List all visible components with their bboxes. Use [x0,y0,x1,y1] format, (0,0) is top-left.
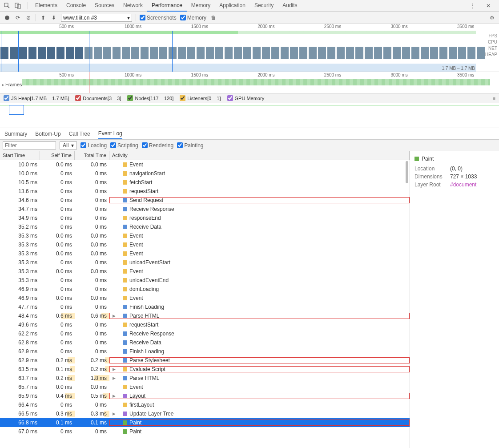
table-row[interactable]: 46.9 ms0.0 ms0.0 msEvent [0,294,410,303]
table-row[interactable]: 67.0 ms0 ms0 msPaint [0,427,410,436]
table-row[interactable]: 66.4 ms0 ms0 msfirstLayout [0,400,410,409]
close-icon[interactable]: ✕ [485,2,492,9]
duration-filter[interactable]: All▾ [60,141,77,149]
table-row[interactable]: 49.6 ms0 ms0 msrequestStart [0,320,410,329]
subtab-call-tree[interactable]: Call Tree [69,129,90,139]
tab-console[interactable]: Console [62,0,90,12]
screenshot-thumb[interactable] [56,46,65,60]
upload-icon[interactable]: ⬆ [40,14,47,21]
table-body[interactable]: 10.0 ms0.0 ms0.0 msEvent10.0 ms0 ms0 msn… [0,160,410,448]
screenshot-thumb[interactable] [19,46,28,60]
table-row[interactable]: 35.3 ms0 ms0 msunloadEventStart [0,258,410,267]
table-row[interactable]: 13.6 ms0 ms0 msrequestStart [0,187,410,196]
screenshot-thumb[interactable] [467,46,476,60]
tab-audits[interactable]: Audits [278,0,302,12]
expand-triangle-icon[interactable]: ▶ [112,367,116,371]
table-row[interactable]: 62.9 ms0.2 ms0.2 msParse Stylesheet [0,356,410,365]
table-row[interactable]: 34.7 ms0 ms0 msReceive Response [0,205,410,214]
screenshot-thumb[interactable] [233,46,242,60]
screenshot-thumb[interactable] [448,46,457,60]
screenshot-thumb[interactable] [271,46,280,60]
rendering-checkbox[interactable]: Rendering [142,142,173,149]
screenshot-thumb[interactable] [383,46,392,60]
screenshot-thumb[interactable] [374,46,382,60]
memory-checkbox[interactable]: Memory [180,15,206,21]
table-row[interactable]: 65.9 ms0.4 ms0.5 ms▶Layout [0,391,410,400]
screenshot-thumb[interactable] [243,46,252,60]
table-row[interactable]: 35.3 ms0.0 ms0.0 msEvent [0,231,410,240]
table-row[interactable]: 66.8 ms0.1 ms0.1 msPaint [0,418,410,427]
screenshot-thumb[interactable] [252,46,261,60]
screenshot-thumb[interactable] [411,46,420,60]
screenshot-thumb[interactable] [187,46,196,60]
mem-legend-item[interactable]: JS Heap[1.7 MB – 1.7 MB] [4,95,69,101]
screenshots-checkbox[interactable]: Screenshots [140,15,177,21]
screenshot-thumb[interactable] [327,46,336,60]
expand-triangle-icon[interactable]: ▶ [112,376,116,380]
table-row[interactable]: 65.7 ms0.0 ms0.0 msEvent [0,383,410,391]
col-total-time[interactable]: Total Time [75,151,109,160]
subtab-bottom-up[interactable]: Bottom-Up [35,129,60,139]
subtab-summary[interactable]: Summary [4,129,27,139]
table-row[interactable]: 34.6 ms0 ms0 msSend Request [0,196,410,205]
detail-layer-link[interactable]: #document [450,182,476,188]
screenshot-thumb[interactable] [318,46,326,60]
table-row[interactable]: 35.3 ms0.0 ms0.0 msEvent [0,240,410,249]
tab-memory[interactable]: Memory [187,0,215,12]
screenshot-thumb[interactable] [439,46,448,60]
memory-selection-box[interactable] [9,105,24,115]
painting-checkbox[interactable]: Painting [177,142,203,149]
inspect-icon[interactable] [4,2,11,9]
screenshot-thumb[interactable] [47,46,56,60]
mem-legend-item[interactable]: Nodes[117 – 120] [127,95,173,101]
table-row[interactable]: 63.5 ms0.1 ms0.2 ms▶Evaluate Script [0,365,410,374]
table-row[interactable]: 63.7 ms0.2 ms1.8 ms▶Parse HTML [0,374,410,383]
expand-icon[interactable]: ▸ [2,82,4,88]
table-row[interactable]: 35.3 ms0 ms0 msunloadEventEnd [0,276,410,285]
screenshot-thumb[interactable] [476,46,485,60]
tab-network[interactable]: Network [119,0,147,12]
screenshot-thumb[interactable] [355,46,364,60]
expand-triangle-icon[interactable]: ▶ [112,314,116,318]
screenshot-thumb[interactable] [299,46,308,60]
table-row[interactable]: 62.9 ms0 ms0 msFinish Loading [0,347,410,356]
table-row[interactable]: 62.2 ms0 ms0 msReceive Response [0,329,410,338]
screenshot-thumb[interactable] [402,46,410,60]
device-toggle-icon[interactable] [14,2,21,9]
gear-icon[interactable]: ⚙ [488,14,495,21]
screenshot-thumb[interactable] [392,46,401,60]
tab-elements[interactable]: Elements [31,0,62,12]
screenshot-thumb[interactable] [215,46,224,60]
mem-legend-item[interactable]: Listeners[0 – 1] [180,95,221,101]
mem-legend-item[interactable]: Documents[3 – 3] [75,95,121,101]
screenshot-thumb[interactable] [205,46,214,60]
mem-legend-menu-icon[interactable]: ≡ [493,96,495,101]
table-row[interactable]: 35.3 ms0.0 ms0.0 msEvent [0,249,410,258]
screenshot-thumb[interactable] [458,46,467,60]
table-row[interactable]: 47.7 ms0 ms0 msFinish Loading [0,303,410,311]
more-icon[interactable]: ⋮ [469,2,476,9]
tab-performance[interactable]: Performance [147,0,187,12]
col-activity[interactable]: Activity [109,151,410,160]
scripting-checkbox[interactable]: Scripting [110,142,138,149]
table-row[interactable]: 10.0 ms0 ms0 msnavigationStart [0,169,410,178]
screenshot-thumb[interactable] [262,46,270,60]
tab-sources[interactable]: Sources [90,0,119,12]
expand-triangle-icon[interactable]: ▶ [112,412,116,416]
filter-input[interactable] [3,141,56,149]
loading-checkbox[interactable]: Loading [80,142,107,149]
screenshot-thumb[interactable] [28,46,37,60]
table-row[interactable]: 48.4 ms0.6 ms0.6 ms▶Parse HTML [0,311,410,320]
memory-chart[interactable] [0,103,499,128]
screenshot-thumb[interactable] [430,46,439,60]
screenshot-thumb[interactable] [364,46,373,60]
screenshot-thumb[interactable] [336,46,345,60]
table-row[interactable]: 66.5 ms0.3 ms0.3 ms▶Update Layer Tree [0,409,410,418]
screenshot-thumb[interactable] [177,46,186,60]
screenshot-thumb[interactable] [346,46,354,60]
table-row[interactable]: 35.2 ms0 ms0 msReceive Data [0,222,410,231]
screenshot-thumb[interactable] [37,46,46,60]
expand-triangle-icon[interactable]: ▶ [112,394,116,398]
tab-security[interactable]: Security [250,0,278,12]
screenshot-thumb[interactable] [75,46,84,60]
